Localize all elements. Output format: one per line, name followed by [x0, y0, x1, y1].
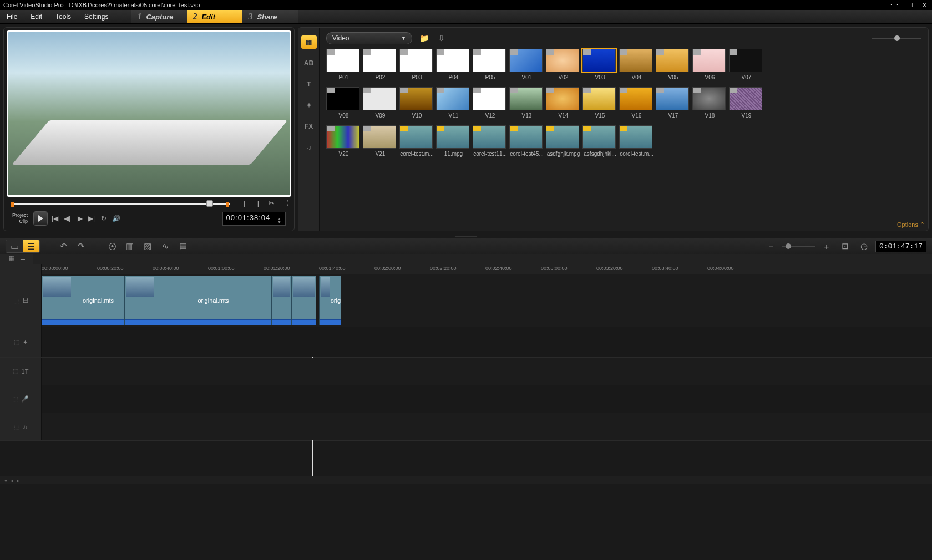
lock-icon[interactable]: ⬚	[14, 339, 19, 346]
library-thumbnail[interactable]	[399, 49, 433, 72]
fit-project-icon[interactable]: ⊡	[838, 240, 853, 253]
expand-icon[interactable]: ⛶	[280, 199, 289, 208]
overlay-track-header[interactable]: ⬚ ✦	[0, 327, 42, 357]
library-item[interactable]: V15	[582, 87, 617, 119]
timeline-clip[interactable]	[291, 276, 316, 325]
voice-track-lane[interactable]	[42, 385, 932, 413]
library-category-dropdown[interactable]: Video ▼	[326, 32, 412, 44]
library-thumbnail[interactable]	[546, 125, 579, 149]
lock-icon[interactable]: ⬚	[14, 423, 19, 430]
library-thumbnail[interactable]	[582, 125, 616, 149]
mark-in-icon[interactable]: [	[240, 199, 249, 208]
library-item[interactable]: V21	[363, 125, 398, 157]
scroll-right-icon[interactable]: ▸	[17, 477, 19, 483]
timeline-view-button[interactable]: ☰	[23, 240, 39, 252]
library-thumbnail[interactable]	[509, 87, 543, 110]
repeat-icon[interactable]: ↻	[99, 213, 109, 223]
video-track-lane[interactable]: original.mtsoriginal.mtsorig	[42, 274, 932, 327]
auto-music-icon[interactable]: ▤	[175, 240, 191, 253]
title-track-lane[interactable]	[42, 358, 932, 385]
library-item[interactable]: V07	[729, 49, 764, 80]
library-item[interactable]: P03	[399, 49, 434, 80]
mark-in-handle[interactable]	[11, 202, 14, 207]
batch-convert-icon[interactable]: ▥	[122, 240, 138, 253]
library-thumbnail[interactable]	[363, 87, 396, 110]
next-frame-icon[interactable]: |▶	[74, 213, 84, 223]
zoom-in-icon[interactable]: +	[819, 240, 834, 253]
library-item[interactable]: V11	[436, 87, 471, 119]
preview-timecode[interactable]: 00:01:38:04 ▲▼	[222, 212, 286, 226]
library-item[interactable]: V04	[619, 49, 654, 80]
timeline-zoom-slider[interactable]	[782, 246, 816, 247]
goto-end-icon[interactable]: ▶|	[87, 213, 97, 223]
lib-tab-graphic[interactable]: ✦	[301, 99, 317, 112]
timeline-duration[interactable]: 0:01:47:17	[875, 241, 926, 252]
project-duration-icon[interactable]: ◷	[857, 240, 872, 253]
mode-clip[interactable]: Clip	[12, 218, 28, 225]
music-track-lane[interactable]	[42, 413, 932, 440]
library-thumbnail[interactable]	[436, 49, 469, 72]
library-item[interactable]: P01	[326, 49, 361, 80]
library-thumbnail[interactable]	[546, 49, 579, 72]
video-track-header[interactable]: ⬚ 🎞	[0, 274, 42, 327]
timeline-clip[interactable]	[272, 276, 291, 325]
library-item[interactable]: corel-test.m...	[619, 125, 654, 157]
lib-tab-title[interactable]: T	[301, 78, 317, 91]
library-thumbnail[interactable]	[473, 87, 506, 110]
library-thumbnail[interactable]	[692, 87, 726, 110]
mark-out-handle[interactable]	[226, 202, 229, 207]
library-item[interactable]: V06	[692, 49, 727, 80]
import-icon[interactable]: ⇩	[435, 32, 448, 44]
undo-button[interactable]: ↶	[55, 240, 71, 253]
timeline-clip[interactable]: orig	[319, 276, 341, 325]
library-thumbnail[interactable]	[399, 87, 433, 110]
music-track-header[interactable]: ⬚ ♫	[0, 413, 42, 440]
library-item[interactable]: V20	[326, 125, 361, 157]
library-item[interactable]: P04	[436, 49, 471, 80]
volume-icon[interactable]: 🔊	[111, 213, 121, 223]
scrub-bar[interactable]: [ ] ✂ ⛶	[7, 199, 291, 209]
library-thumbnail[interactable]	[509, 125, 543, 149]
step-edit[interactable]: 2 Edit	[187, 10, 242, 23]
zoom-out-icon[interactable]: −	[763, 240, 779, 253]
title-track-header[interactable]: ⬚ 1T	[0, 358, 42, 385]
library-item[interactable]: V05	[656, 49, 691, 80]
play-button[interactable]	[33, 211, 48, 226]
menu-edit[interactable]: Edit	[24, 10, 49, 23]
redo-button[interactable]: ↷	[73, 240, 89, 253]
library-thumbnail[interactable]	[326, 87, 359, 110]
scroll-left-icon[interactable]: ◂	[11, 477, 13, 483]
library-thumbnail[interactable]	[509, 49, 543, 72]
track-manager-icon[interactable]: ▦	[9, 254, 18, 262]
cut-icon[interactable]: ✂	[267, 199, 276, 208]
lib-tab-transition[interactable]: AB	[301, 57, 317, 70]
add-folder-icon[interactable]: 📁	[418, 32, 430, 44]
library-item[interactable]: V03	[582, 49, 617, 80]
library-thumbnail[interactable]	[546, 87, 579, 110]
library-thumbnail[interactable]	[692, 49, 726, 72]
library-thumbnail[interactable]	[656, 49, 689, 72]
library-item[interactable]: V12	[473, 87, 508, 119]
timeline-clip[interactable]: original.mts	[125, 276, 272, 325]
library-thumbnail[interactable]	[399, 125, 433, 149]
library-item[interactable]: V10	[399, 87, 434, 119]
window-menu-icon[interactable]: ⋮⋮	[890, 1, 899, 9]
library-item[interactable]: V16	[619, 87, 654, 119]
prev-frame-icon[interactable]: ◀|	[62, 213, 72, 223]
minimize-icon[interactable]: —	[900, 1, 909, 9]
sound-mixer-icon[interactable]: ∿	[158, 240, 173, 253]
step-share[interactable]: 3 Share	[242, 10, 298, 23]
library-item[interactable]: V18	[692, 87, 727, 119]
library-item[interactable]: corel-test11...	[473, 125, 508, 157]
options-button[interactable]: Options ⌃	[897, 221, 925, 228]
lib-tab-filter[interactable]: FX	[301, 120, 317, 133]
library-thumbnail[interactable]	[729, 87, 762, 110]
library-thumbnail[interactable]	[582, 87, 616, 110]
record-button[interactable]: ⦿	[104, 240, 120, 253]
thumbnail-zoom-slider[interactable]	[872, 34, 921, 42]
storyboard-view-button[interactable]: ▭	[6, 240, 23, 252]
overlay-track-lane[interactable]	[42, 327, 932, 357]
lock-icon[interactable]: ⬚	[13, 368, 18, 375]
lock-icon[interactable]: ⬚	[12, 395, 18, 403]
library-item[interactable]: V14	[546, 87, 581, 119]
